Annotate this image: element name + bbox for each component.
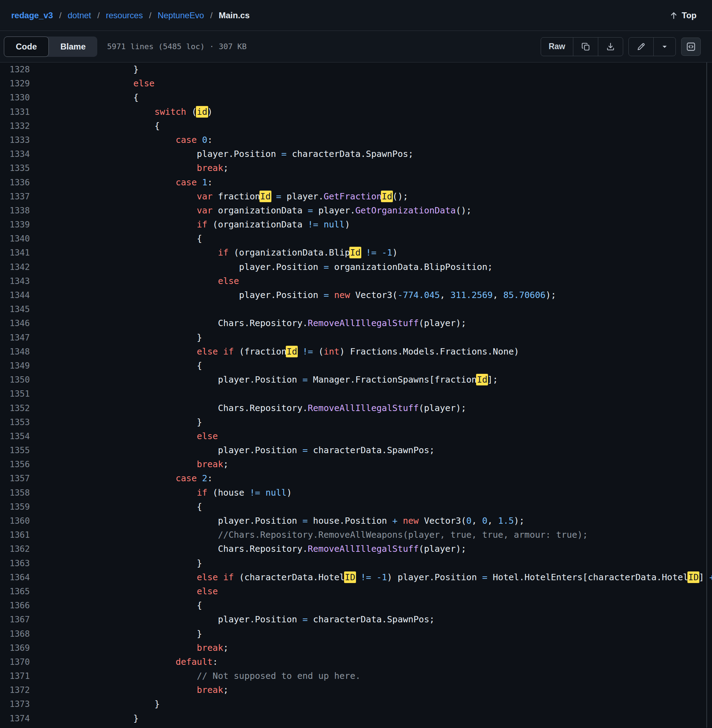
code-line-content: case 1: (37, 175, 213, 190)
line-number[interactable]: 1373 (0, 697, 37, 711)
line-number[interactable]: 1352 (0, 401, 37, 415)
line-number[interactable]: 1329 (0, 77, 37, 90)
line-number[interactable]: 1350 (0, 373, 37, 387)
line-number[interactable]: 1334 (0, 147, 37, 161)
line-number[interactable]: 1359 (0, 500, 37, 514)
line-number[interactable]: 1372 (0, 683, 37, 697)
code-token: Chars.Repository. (49, 403, 308, 413)
breadcrumb-link-resources[interactable]: resources (106, 10, 143, 20)
line-number[interactable]: 1333 (0, 133, 37, 147)
edit-dropdown-button[interactable] (653, 37, 675, 56)
code-token: (player); (419, 403, 466, 413)
code-line-content: player.Position = characterData.SpawnPos… (37, 612, 435, 627)
code-line-content: else (37, 77, 154, 90)
code-token: { (49, 360, 202, 371)
line-number[interactable]: 1339 (0, 218, 37, 232)
line-number[interactable]: 1331 (0, 105, 37, 119)
code-token: RemoveAllIllegalStuff (308, 544, 419, 554)
line-number[interactable]: 1354 (0, 429, 37, 443)
code-token: var (197, 205, 212, 215)
code-token: } (49, 332, 202, 343)
line-number[interactable]: 1355 (0, 443, 37, 457)
line-number[interactable]: 1332 (0, 119, 37, 133)
code-token: , (487, 516, 498, 526)
breadcrumb-link-dotnet[interactable]: dotnet (68, 10, 91, 20)
line-number[interactable]: 1362 (0, 542, 37, 556)
scrollbar-track[interactable] (706, 62, 707, 728)
code-token: player.Position (49, 516, 302, 526)
line-number[interactable]: 1328 (0, 62, 37, 77)
line-number[interactable]: 1367 (0, 612, 37, 627)
line-number[interactable]: 1347 (0, 331, 37, 345)
edit-button[interactable] (629, 37, 653, 56)
line-number[interactable]: 1335 (0, 161, 37, 175)
line-number[interactable]: 1330 (0, 90, 37, 105)
line-number[interactable]: 1342 (0, 260, 37, 274)
code-token (197, 473, 202, 483)
code-token: ; (223, 163, 228, 173)
code-token (49, 488, 197, 498)
code-token: player. (313, 205, 355, 215)
symbols-button[interactable] (681, 37, 701, 56)
code-token (355, 572, 360, 582)
code-token: + (709, 572, 712, 582)
file-view-page: redage_v3 / dotnet / resources / Neptune… (0, 0, 712, 728)
line-number[interactable]: 1360 (0, 514, 37, 528)
line-number[interactable]: 1371 (0, 669, 37, 683)
code-line-content: } (37, 556, 202, 570)
line-number[interactable]: 1364 (0, 570, 37, 584)
line-number[interactable]: 1337 (0, 190, 37, 203)
back-to-top-link[interactable]: Top (669, 10, 697, 20)
code-token: : (208, 473, 213, 483)
code-line-content: { (37, 90, 139, 105)
tab-code[interactable]: Code (4, 37, 49, 57)
code-token: = (302, 445, 307, 455)
line-number[interactable]: 1356 (0, 457, 37, 471)
code-line: 1340 { (0, 232, 712, 246)
line-number[interactable]: 1358 (0, 486, 37, 500)
tab-blame[interactable]: Blame (49, 37, 97, 57)
code-line-content: player.Position = new Vector3(-774.045, … (37, 288, 556, 302)
line-number[interactable]: 1374 (0, 712, 37, 725)
raw-button[interactable]: Raw (541, 37, 573, 56)
code-line-content: Chars.Repository.RemoveAllIllegalStuff(p… (37, 542, 466, 556)
breadcrumb-link-repo[interactable]: redage_v3 (11, 10, 53, 20)
code-token (49, 643, 197, 653)
line-number[interactable]: 1351 (0, 387, 37, 401)
line-number[interactable]: 1345 (0, 302, 37, 316)
line-number[interactable]: 1370 (0, 655, 37, 669)
code-token: Chars.Repository. (49, 318, 308, 328)
code-line: 1349 { (0, 359, 712, 373)
code-line: 1358 if (house != null) (0, 486, 712, 500)
code-token (49, 685, 197, 695)
code-token (49, 657, 175, 667)
line-number[interactable]: 1369 (0, 641, 37, 655)
code-token: != (308, 219, 319, 230)
code-line: 1333 case 0: (0, 133, 712, 147)
line-number[interactable]: 1361 (0, 528, 37, 542)
line-number[interactable]: 1340 (0, 232, 37, 246)
line-number[interactable]: 1368 (0, 627, 37, 641)
line-number[interactable]: 1375 (0, 725, 37, 728)
line-number[interactable]: 1338 (0, 203, 37, 218)
code-token: != -1 (366, 248, 392, 258)
line-number[interactable]: 1341 (0, 246, 37, 260)
line-number[interactable]: 1365 (0, 584, 37, 599)
line-number[interactable]: 1366 (0, 599, 37, 612)
copy-button[interactable] (573, 37, 598, 56)
line-number[interactable]: 1349 (0, 359, 37, 373)
line-number[interactable]: 1346 (0, 316, 37, 330)
line-number[interactable]: 1348 (0, 345, 37, 359)
line-number[interactable]: 1353 (0, 415, 37, 429)
code-line: 1339 if (organizationData != null) (0, 218, 712, 232)
code-line-content: //Chars.Repository.RemoveAllWeapons(play… (37, 528, 588, 542)
line-number[interactable]: 1336 (0, 175, 37, 190)
line-number[interactable]: 1363 (0, 556, 37, 570)
download-button[interactable] (598, 37, 623, 56)
code-line: 1351 (0, 387, 712, 401)
code-token: (characterData.Hotel (234, 572, 345, 582)
breadcrumb-link-neptuneevo[interactable]: NeptuneEvo (158, 10, 204, 20)
line-number[interactable]: 1357 (0, 471, 37, 485)
line-number[interactable]: 1344 (0, 288, 37, 302)
line-number[interactable]: 1343 (0, 274, 37, 288)
